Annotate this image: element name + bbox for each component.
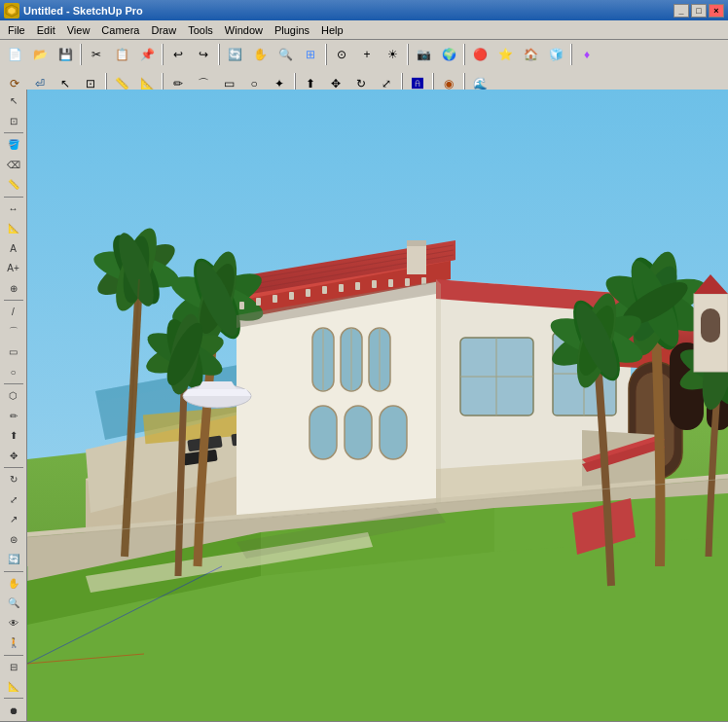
svg-rect-98 <box>273 295 277 303</box>
left-section-plane[interactable]: ⊟ <box>2 657 25 676</box>
left-select[interactable]: ↖ <box>2 91 25 111</box>
left-paint[interactable]: 🪣 <box>2 135 25 155</box>
menu-item-tools[interactable]: Tools <box>182 20 219 39</box>
left-3d-text[interactable]: A+ <box>2 259 25 278</box>
left-axes-tool[interactable]: ⊕ <box>2 279 25 299</box>
redo-btn[interactable]: ↪ <box>192 43 215 66</box>
left-move[interactable]: ✥ <box>2 446 25 465</box>
menu-item-help[interactable]: Help <box>315 20 349 39</box>
svg-marker-95 <box>198 381 237 389</box>
add-btn[interactable]: + <box>355 43 379 66</box>
open-btn[interactable]: 📂 <box>28 43 52 66</box>
left-orbit2[interactable]: 🔄 <box>2 550 25 569</box>
svg-marker-111 <box>436 279 441 508</box>
left-rectangle[interactable]: ▭ <box>2 343 25 362</box>
left-freehand[interactable]: ✏ <box>2 406 25 425</box>
ruby-btn[interactable]: 🔴 <box>468 43 491 66</box>
left-toolbar: ↖⊡🪣⌫📏↔📐AA+⊕/⌒▭○⬡✏⬆✥↻⤢↗⊜🔄✋🔍👁🚶⊟📐⏺ <box>0 90 27 722</box>
menu-bar: FileEditViewCameraDrawToolsWindowPlugins… <box>0 20 728 40</box>
svg-rect-117 <box>701 308 720 343</box>
zoom-ext-btn[interactable]: ⊞ <box>299 43 322 66</box>
left-zoom2[interactable]: 🔍 <box>2 594 25 613</box>
svg-rect-33 <box>380 406 407 459</box>
left-dimensions[interactable]: ↔ <box>2 199 25 218</box>
geo-btn[interactable]: 🌍 <box>437 43 460 66</box>
left-push-pull[interactable]: ⬆ <box>2 426 25 446</box>
menu-item-file[interactable]: File <box>2 20 31 39</box>
left-text[interactable]: A <box>2 238 25 258</box>
app-icon <box>4 3 19 18</box>
left-rotate[interactable]: ↻ <box>2 470 25 489</box>
svg-rect-106 <box>405 278 410 286</box>
menu-item-edit[interactable]: Edit <box>31 20 61 39</box>
svg-rect-99 <box>289 292 294 300</box>
toolbar-separator <box>463 44 465 65</box>
menu-item-view[interactable]: View <box>61 20 96 39</box>
shadow-btn[interactable]: ☀ <box>381 43 404 66</box>
svg-rect-103 <box>355 282 360 290</box>
left-look-around[interactable]: 👁 <box>2 613 25 632</box>
left-offset[interactable]: ⊜ <box>2 529 25 549</box>
svg-rect-104 <box>372 280 377 288</box>
svg-rect-105 <box>388 279 393 287</box>
close-button[interactable]: × <box>709 4 724 18</box>
camera-btn[interactable]: 📷 <box>412 43 435 66</box>
left-line[interactable]: / <box>2 303 25 322</box>
toolbar-separator <box>218 44 220 65</box>
cut-btn[interactable]: ✂ <box>85 43 108 66</box>
left-scale[interactable]: ⤢ <box>2 489 25 509</box>
maximize-button[interactable]: □ <box>691 4 707 18</box>
left-eraser[interactable]: ⌫ <box>2 155 25 174</box>
svg-rect-32 <box>345 406 372 459</box>
toolbar-separator <box>162 44 164 65</box>
svg-rect-31 <box>309 406 337 459</box>
left-toolbar-separator <box>4 300 23 301</box>
left-toolbar-separator <box>4 132 23 133</box>
left-record[interactable]: ⏺ <box>2 701 25 720</box>
menu-item-plugins[interactable]: Plugins <box>269 20 315 39</box>
left-toolbar-separator <box>4 655 23 656</box>
section-btn[interactable]: ⊙ <box>330 43 353 66</box>
menu-item-draw[interactable]: Draw <box>145 20 182 39</box>
left-toolbar-separator <box>4 571 23 572</box>
menu-item-window[interactable]: Window <box>219 20 269 39</box>
left-walk[interactable]: 🚶 <box>2 633 25 653</box>
left-measure[interactable]: 📐 <box>2 677 25 697</box>
save-btn[interactable]: 💾 <box>54 43 77 66</box>
toolbar-separator <box>80 44 82 65</box>
svg-rect-101 <box>322 286 327 294</box>
undo-btn[interactable]: ↩ <box>166 43 190 66</box>
title-bar: Untitled - SketchUp Pro _ □ × <box>0 0 728 20</box>
minimize-button[interactable]: _ <box>673 4 689 18</box>
left-tape[interactable]: 📏 <box>2 175 25 195</box>
toolbar-separator <box>325 44 327 65</box>
copy-btn[interactable]: 📋 <box>110 43 133 66</box>
new-btn[interactable]: 📄 <box>3 43 26 66</box>
star-btn[interactable]: ⭐ <box>493 43 517 66</box>
left-protractor[interactable]: 📐 <box>2 219 25 238</box>
menu-item-camera[interactable]: Camera <box>95 20 145 39</box>
left-follow-me[interactable]: ↗ <box>2 510 25 529</box>
3d-scene <box>27 90 728 722</box>
svg-rect-100 <box>306 289 310 297</box>
canvas-area[interactable] <box>27 90 728 722</box>
orbit-btn[interactable]: 🔄 <box>223 43 246 66</box>
window-controls[interactable]: _ □ × <box>673 4 724 18</box>
left-arc[interactable]: ⌒ <box>2 322 25 342</box>
left-toolbar-separator <box>4 197 23 198</box>
paste-btn[interactable]: 📌 <box>135 43 159 66</box>
house-btn[interactable]: 🏠 <box>519 43 542 66</box>
cube-btn[interactable]: 🧊 <box>544 43 567 66</box>
left-component[interactable]: ⊡ <box>2 112 25 131</box>
svg-rect-102 <box>339 284 344 292</box>
left-toolbar-separator <box>4 383 23 384</box>
pan-btn[interactable]: ✋ <box>248 43 272 66</box>
left-polygon[interactable]: ⬡ <box>2 386 25 406</box>
toolbar-separator <box>407 44 409 65</box>
zoom-btn[interactable]: 🔍 <box>273 43 297 66</box>
left-toolbar-separator <box>4 698 23 699</box>
left-circle[interactable]: ○ <box>2 363 25 382</box>
left-pan2[interactable]: ✋ <box>2 573 25 593</box>
dyn-btn[interactable]: ♦ <box>575 43 599 66</box>
svg-rect-97 <box>256 298 261 306</box>
